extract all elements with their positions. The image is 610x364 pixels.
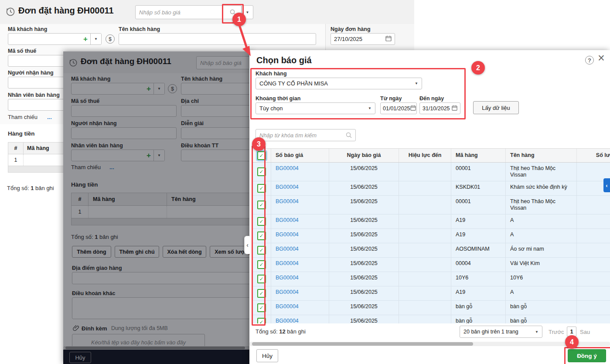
header-ten-hang[interactable]: Tên hàng — [506, 149, 577, 162]
valid-until-cell — [399, 286, 451, 300]
period-filter-label: Khoảng thời gian — [256, 95, 300, 102]
currency-icon[interactable]: $ — [106, 34, 115, 44]
order-date-field[interactable]: 27/10/2025 — [331, 33, 395, 45]
header-so-bao-gia[interactable]: Số báo giá — [271, 149, 329, 162]
valid-until-cell — [399, 181, 451, 195]
table-row[interactable]: ✓BG0000415/06/202500004Vải Việt Kim1,00 — [252, 258, 610, 272]
quote-number-link[interactable]: BG00004 — [276, 184, 299, 190]
popup-dim-overlay — [63, 51, 252, 364]
chevron-left-icon: ‹ — [246, 242, 249, 248]
item-code-cell: KSKDK01 — [451, 181, 506, 195]
customer-code-field[interactable]: + ▼ — [8, 33, 102, 45]
period-filter-value: Tùy chọn — [259, 105, 283, 112]
quote-search-input[interactable] — [135, 5, 242, 19]
period-filter-select[interactable]: Tùy chọn ▼ — [256, 102, 375, 114]
help-icon[interactable]: ? — [585, 56, 594, 65]
reference-more-link[interactable]: ... — [47, 114, 52, 120]
chevron-down-icon: ▼ — [535, 330, 538, 334]
calendar-icon[interactable] — [452, 105, 457, 112]
add-icon[interactable]: + — [81, 34, 90, 44]
item-code-cell: A19 — [451, 229, 506, 243]
row-checkbox[interactable]: ✓ — [252, 286, 271, 300]
row-checkbox[interactable]: ✓ — [252, 181, 271, 195]
table-row[interactable]: ✓BG0000415/06/202500001Thịt heo Thảo Mộc… — [252, 196, 610, 214]
quote-date-cell: 15/06/2025 — [329, 196, 399, 214]
checkbox-checked-icon: ✓ — [257, 167, 266, 176]
search-icon[interactable] — [345, 132, 352, 140]
row-checkbox[interactable]: ✓ — [252, 272, 271, 286]
customer-code-dropdown[interactable]: ▼ — [90, 34, 101, 44]
row-checkbox[interactable]: ✓ — [252, 163, 271, 181]
row-checkbox[interactable]: ✓ — [252, 258, 271, 272]
header-ngay-bao-gia[interactable]: Ngày báo giá — [329, 149, 399, 162]
quote-number-link[interactable]: BG00004 — [276, 198, 299, 204]
quote-number-link[interactable]: BG00004 — [276, 246, 299, 252]
table-row[interactable]: ✓BG0000415/06/2025AOSOMINAMÁo sơ mi nam1… — [252, 243, 610, 258]
row-checkbox[interactable]: ✓ — [252, 243, 271, 257]
row-checkbox[interactable]: ✓ — [252, 214, 271, 228]
close-icon[interactable]: × — [598, 51, 605, 65]
header-so-luong[interactable]: Số lượng — [577, 149, 610, 162]
header-hieu-luc-den[interactable]: Hiệu lực đến — [399, 149, 451, 162]
modal-confirm-button[interactable]: Đồng ý — [568, 349, 606, 362]
customer-name-input[interactable] — [119, 33, 316, 45]
quote-table: ✓ Số báo giá Ngày báo giá Hiệu lực đến M… — [252, 148, 610, 323]
table-row[interactable]: ✓BG0000415/06/202510Y610Y61,00 — [252, 272, 610, 286]
table-row[interactable]: ✓BG0000415/06/202500001Thịt heo Thảo Mộc… — [252, 163, 610, 181]
table-row[interactable]: ✓BG0000415/06/2025A19A1,00 — [252, 286, 610, 301]
row-checkbox[interactable]: ✓ — [252, 229, 271, 243]
table-row[interactable]: ✓BG0000415/06/2025bàn gỗbàn gỗ1,00 — [252, 301, 610, 315]
keyword-search-input[interactable] — [256, 129, 356, 141]
annotation-step-1: 1 — [232, 13, 246, 26]
expand-row-button[interactable]: ‹ — [603, 178, 610, 192]
modal-title: Chọn báo giá — [256, 55, 312, 65]
quote-date-cell: 15/06/2025 — [329, 272, 399, 286]
quote-number-link[interactable]: BG00004 — [276, 217, 299, 223]
quote-date-cell: 15/06/2025 — [329, 163, 399, 181]
prev-page-button[interactable]: Trước — [549, 329, 564, 335]
modal-hscrollbar[interactable] — [249, 342, 610, 346]
quote-number-link[interactable]: BG00004 — [276, 165, 299, 171]
calendar-icon[interactable] — [385, 35, 392, 43]
to-date-field[interactable]: 31/10/2025 — [419, 102, 460, 114]
header-ma-hang[interactable]: Mã hàng — [451, 149, 506, 162]
quote-number-link[interactable]: BG00004 — [276, 303, 299, 310]
get-data-button[interactable]: Lấy dữ liệu — [473, 101, 519, 114]
customer-filter-value: CÔNG TY CỔ PHẦN MISA — [259, 80, 328, 87]
checkbox-checked-icon: ✓ — [257, 217, 266, 226]
row-checkbox[interactable]: ✓ — [252, 196, 271, 214]
quote-number-link[interactable]: BG00004 — [276, 231, 299, 238]
item-name-cell: A — [506, 229, 577, 243]
page-size-value: 20 bản ghi trên 1 trang — [463, 329, 518, 335]
checkbox-checked-icon: ✓ — [257, 260, 266, 269]
table-row[interactable]: ✓BG0000415/06/2025bàn gỗbàn gỗ1,00 — [252, 315, 610, 323]
item-code-cell: 10Y6 — [451, 272, 506, 286]
next-page-button[interactable]: Sau — [580, 329, 590, 335]
row-checkbox[interactable]: ✓ — [252, 301, 271, 315]
quote-number-link[interactable]: BG00004 — [276, 318, 299, 323]
quote-number-link[interactable]: BG00004 — [276, 260, 299, 266]
valid-until-cell — [399, 301, 451, 315]
from-date-field[interactable]: 01/01/2025 — [380, 102, 417, 114]
customer-filter-select[interactable]: CÔNG TY CỔ PHẦN MISA ▼ — [256, 78, 422, 89]
quote-number-link[interactable]: BG00004 — [276, 275, 299, 281]
select-all-checkbox[interactable]: ✓ — [252, 149, 271, 162]
history-icon[interactable] — [5, 7, 16, 19]
customer-code-input[interactable] — [8, 36, 81, 42]
quote-number-link[interactable]: BG00004 — [276, 289, 299, 295]
page-size-select[interactable]: 20 bản ghi trên 1 trang ▼ — [460, 326, 542, 338]
customer-code-label: Mã khách hàng — [8, 26, 47, 32]
table-row[interactable]: ✓BG0000415/06/2025KSKDK01Khám sức khỏe đ… — [252, 181, 610, 196]
calendar-icon[interactable] — [410, 105, 416, 112]
quantity-cell: 1,00 — [577, 229, 610, 243]
item-code-cell: 00001 — [451, 163, 506, 181]
valid-until-cell — [399, 196, 451, 214]
table-row[interactable]: ✓BG0000415/06/2025A19A1,00 — [252, 214, 610, 229]
collapse-panel-handle[interactable]: ‹ — [244, 236, 250, 254]
valid-until-cell — [399, 315, 451, 323]
modal-cancel-button[interactable]: Hủy — [256, 349, 278, 362]
table-row[interactable]: ✓BG0000415/06/2025A19A1,00 — [252, 229, 610, 243]
checkbox-checked-icon: ✓ — [257, 151, 266, 160]
quote-date-cell: 15/06/2025 — [329, 286, 399, 300]
row-checkbox[interactable]: ✓ — [252, 315, 271, 323]
